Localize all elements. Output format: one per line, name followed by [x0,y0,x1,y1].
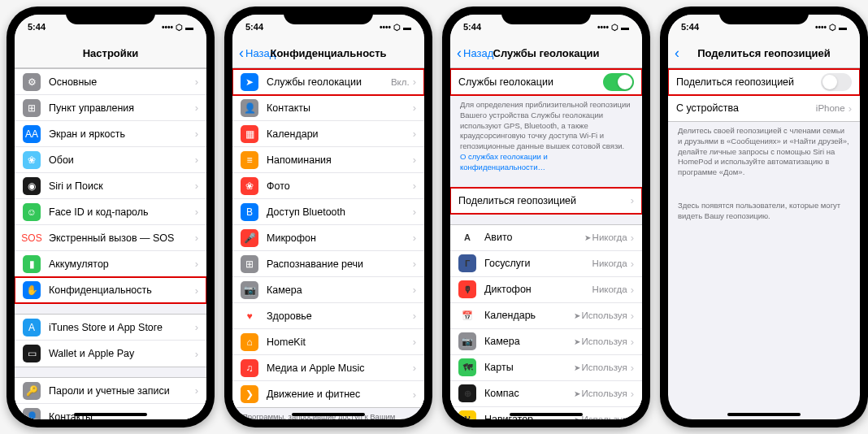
chevron-right-icon: › [413,362,416,374]
list-row[interactable]: ▮Аккумулятор› [15,251,206,277]
back-button[interactable]: ‹ [675,45,681,62]
chevron-right-icon: › [195,102,198,114]
row-icon: ⚙ [23,73,41,91]
list-row[interactable]: ✋Конфиденциальность› [15,277,206,303]
list-row[interactable]: AАвито➤Никогда› [450,225,642,251]
list-row[interactable]: ГГосуслугиНикогда› [450,251,642,277]
list-row[interactable]: ❀Фото› [232,173,424,199]
row-label: Диктофон [484,284,592,295]
list-row[interactable]: ◉Siri и Поиск› [15,173,206,199]
row-label: Карты [484,362,574,373]
list-row[interactable]: ♥Здоровье› [232,303,424,329]
list-row[interactable]: ▦Календари› [232,121,424,147]
list-row[interactable]: ⊕Компас➤Используя› [450,381,642,407]
list-row[interactable]: ❀Обои› [15,147,206,173]
row-label: Медиа и Apple Music [267,362,413,374]
location-toggle[interactable] [603,73,634,91]
chevron-right-icon: › [195,154,198,166]
wifi-icon: ⬡ [176,23,183,32]
home-indicator[interactable] [510,413,583,416]
row-icon: N [458,410,476,419]
list-row[interactable]: ⚙Основные› [15,69,206,95]
list-row[interactable]: 🎤Микрофон› [232,225,424,251]
list-row[interactable]: AiTunes Store и App Store› [15,315,206,341]
back-button[interactable]: ‹ Назад [457,45,493,62]
from-device-row[interactable]: С устройства iPhone › [668,95,860,121]
row-icon: ❀ [241,177,258,195]
row-label: Госуслуги [484,258,592,269]
chevron-right-icon: › [413,102,416,114]
wifi-icon: ⬡ [393,23,401,32]
chevron-right-icon: › [195,410,198,419]
list-row[interactable]: ☺Face ID и код-пароль› [15,199,206,225]
list-row[interactable]: AAЭкран и яркость› [15,121,206,147]
row-label: Экран и яркость [49,128,195,140]
list-row[interactable]: ≡Напоминания› [232,147,424,173]
row-label: Службы геолокации [458,76,603,88]
wifi-icon: ⬡ [611,23,618,32]
list-row[interactable]: ♫Медиа и Apple Music› [232,355,424,381]
list-row[interactable]: 🔑Пароли и учетные записи› [15,378,206,404]
battery-icon: ▬ [621,23,629,32]
row-value: Используя [582,310,627,320]
location-services-toggle-row[interactable]: Службы геолокации [450,69,642,95]
chevron-right-icon: › [413,258,416,270]
chevron-right-icon: › [631,388,634,400]
list-row[interactable]: 👤Контакты› [232,95,424,121]
list-row[interactable]: 📅Календарь➤Используя› [450,303,642,329]
list-row[interactable]: ⌂HomeKit› [232,329,424,355]
list-row[interactable]: 📷Камера➤Используя› [450,329,642,355]
row-icon: ❯ [241,385,258,403]
row-icon: ▦ [241,125,258,143]
list-row[interactable]: SOSЭкстренный вызов — SOS› [15,225,206,251]
location-arrow-icon: ➤ [574,311,580,320]
row-label: Wallet и Apple Pay [49,348,195,359]
signal-icon: •••• [162,23,173,32]
row-value: Используя [582,336,627,346]
row-label: Поделиться геопозицией [458,195,631,206]
row-icon: ❀ [23,151,41,169]
footer-text: Делитесь своей геопозицией с членами сем… [668,122,860,182]
location-arrow-icon: ➤ [574,337,580,346]
share-location-row[interactable]: Поделиться геопозицией › [450,188,642,214]
share-location-toggle-row[interactable]: Поделиться геопозицией [668,69,860,95]
row-icon: A [23,319,41,336]
row-label: Пункт управления [49,102,195,114]
home-indicator[interactable] [74,413,147,416]
chevron-right-icon: › [413,388,416,401]
row-icon: AA [23,125,41,143]
chevron-right-icon: › [413,310,416,322]
row-label: Экстренный вызов — SOS [49,232,195,244]
list-row[interactable]: ▭Wallet и Apple Pay› [15,341,206,367]
home-indicator[interactable] [292,413,365,416]
home-indicator[interactable] [727,413,801,416]
share-toggle[interactable] [821,73,852,91]
row-icon: ≡ [241,151,258,169]
chevron-right-icon: › [413,128,416,140]
chevron-right-icon: › [848,102,852,115]
list-row[interactable]: 🎙ДиктофонНикогда› [450,277,642,303]
row-label: Siri и Поиск [49,180,195,192]
list-row[interactable]: 🗺Карты➤Используя› [450,355,642,381]
list-row[interactable]: ⊞Распознавание речи› [232,251,424,277]
list-row[interactable]: BДоступ Bluetooth› [232,199,424,225]
wifi-icon: ⬡ [829,23,836,32]
list-row[interactable]: 👤Контакты› [15,404,206,419]
nav-bar: ‹ Поделиться геопозицией [668,39,860,68]
row-label: Контакты [267,102,413,114]
row-icon: ◉ [23,177,41,195]
list-row[interactable]: 📷Камера› [232,277,424,303]
page-title: Конфиденциальность [270,47,386,59]
row-icon: 🎤 [241,229,258,247]
privacy-link[interactable]: О службах геолокации и конфиденциальност… [460,152,548,171]
back-label: Назад [463,47,493,59]
footer-text: Здесь появятся пользователи, которые мог… [668,197,860,226]
battery-icon: ▬ [839,23,847,32]
chevron-right-icon: › [631,232,634,244]
chevron-right-icon: › [631,414,634,419]
list-row[interactable]: ➤Службы геолокацииВкл.› [232,69,424,95]
row-icon: ✋ [23,281,41,299]
list-row[interactable]: ⊞Пункт управления› [15,95,206,121]
list-row[interactable]: ❯Движение и фитнес› [232,381,424,407]
row-icon: 🗺 [458,358,476,376]
